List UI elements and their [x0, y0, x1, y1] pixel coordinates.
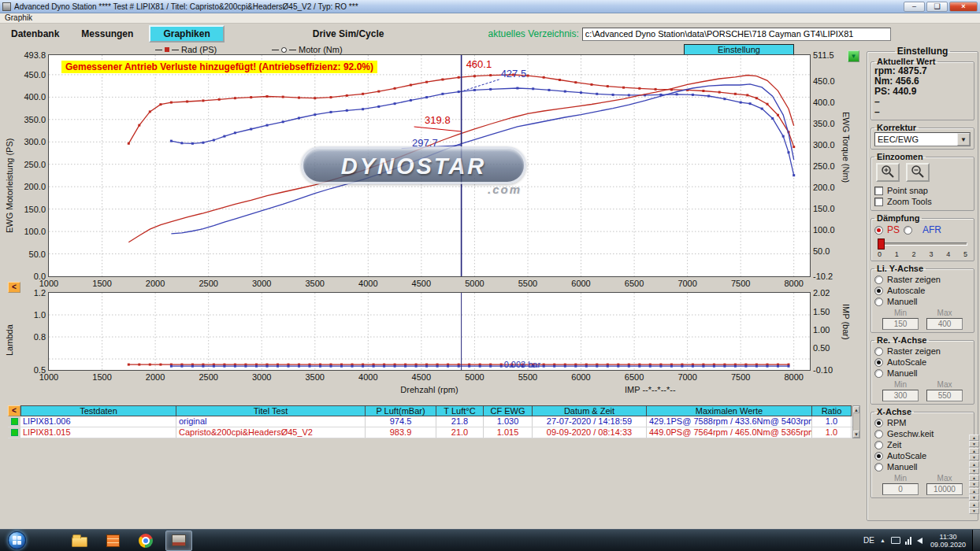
data-marker [250, 128, 252, 131]
column-header[interactable]: Titel Test [176, 405, 366, 416]
x-autoscale-radio[interactable] [874, 452, 883, 460]
data-marker [734, 93, 737, 95]
column-header[interactable]: Datum & Zeit [533, 405, 647, 416]
data-marker [314, 113, 316, 116]
folder-icon [72, 537, 87, 547]
show-desktop-button[interactable] [972, 530, 980, 551]
clock[interactable]: 11:30 09.09.2020 [930, 533, 966, 549]
table-row[interactable]: LIPIX81.015Capristo&200cpi&HeadersØ45_V2… [8, 427, 860, 438]
afr-radio[interactable] [904, 226, 912, 235]
column-header[interactable]: T Luft°C [436, 405, 484, 416]
drive-sim-button[interactable]: Drive Sim/Cycle [302, 28, 395, 39]
slider-scale: 0 1 2 3 4 5 [874, 250, 971, 258]
column-header[interactable]: CF EWG [484, 405, 533, 416]
li-max-field[interactable] [926, 318, 963, 330]
point-snap-checkbox[interactable] [874, 187, 883, 195]
slider-thumb[interactable] [878, 239, 885, 250]
maximize-button[interactable]: ❑ [926, 2, 948, 12]
taskbar-item-dyno-active[interactable] [165, 531, 192, 551]
li-autoscale-radio[interactable] [874, 287, 883, 295]
datenbank-button[interactable]: Datenbank [0, 28, 70, 39]
table-scrollbar[interactable]: ▲ ▼ [852, 405, 860, 438]
x-rpm-radio[interactable] [874, 419, 883, 427]
scroll-up-button[interactable]: ▲ [853, 406, 859, 413]
spin-down-button[interactable]: ▼ [969, 454, 979, 460]
spin-up-button[interactable]: ▲ [969, 488, 979, 494]
data-marker [394, 365, 396, 368]
panel-toggle-button[interactable]: ▼ [848, 50, 859, 62]
re-manuell-radio[interactable] [874, 369, 883, 378]
titlebar[interactable]: Advanced Dyno Station **** Test # LIPIX8… [0, 0, 980, 13]
li-manuell-radio[interactable] [874, 298, 883, 306]
start-button[interactable] [3, 530, 30, 551]
display-tray-icon[interactable] [891, 537, 900, 544]
data-marker [298, 365, 300, 368]
spinner-control: ▲▼ [969, 435, 979, 447]
row-marker[interactable] [8, 427, 20, 438]
language-indicator[interactable]: DE [863, 536, 874, 545]
li-min-field[interactable] [882, 318, 919, 330]
re-autoscale-radio[interactable] [874, 358, 883, 367]
ps-radio[interactable] [874, 226, 883, 235]
scroll-down-button[interactable]: ▼ [853, 431, 859, 438]
lambda-imp-chart[interactable]: 0.003 bar [48, 292, 811, 371]
taskbar-item-spreadsheet[interactable] [99, 531, 126, 551]
graphiken-button[interactable]: Graphiken [149, 25, 224, 43]
x-geschw-label: Geschw.keit [887, 429, 934, 438]
directory-path-field[interactable] [582, 28, 891, 41]
spin-up-button[interactable]: ▲ [969, 501, 979, 508]
re-min-field[interactable] [882, 390, 919, 401]
table-row[interactable]: LIPIX81.006original974.521.81.03027-07-2… [8, 416, 860, 427]
damping-slider[interactable] [878, 238, 967, 250]
column-header[interactable]: Testdaten [20, 405, 176, 416]
volume-tray-icon[interactable] [917, 538, 922, 544]
slider-track[interactable] [878, 242, 967, 246]
column-header[interactable]: Ratio [812, 405, 852, 416]
x-manuell-radio[interactable] [874, 463, 883, 471]
spin-up-button[interactable]: ▲ [969, 448, 979, 454]
re-raster-radio[interactable] [874, 347, 883, 356]
close-button[interactable]: × [949, 2, 978, 12]
spin-down-button[interactable]: ▼ [969, 494, 979, 501]
x-max-field[interactable] [926, 483, 963, 495]
data-marker [574, 365, 577, 368]
taskbar-item-chrome[interactable] [132, 531, 159, 551]
zoom-tools-checkbox[interactable] [874, 198, 883, 206]
lambda-chart-canvas[interactable]: 0.003 bar [49, 293, 810, 370]
column-header[interactable]: P Luft(mBar) [366, 405, 436, 416]
row-marker[interactable] [8, 416, 20, 427]
minimize-button[interactable]: – [904, 2, 925, 12]
spin-down-button[interactable]: ▼ [969, 441, 979, 447]
data-marker [468, 365, 470, 368]
zoom-out-button[interactable] [906, 163, 930, 182]
legend-rad: Rad (PS) [155, 45, 217, 54]
data-marker [330, 111, 332, 113]
messungen-button[interactable]: Messungen [70, 28, 144, 39]
axis-tick-label: 300.0 [11, 137, 46, 146]
imp-series-caption: IMP --*--*--*-- [625, 385, 735, 394]
x-min-field[interactable] [882, 483, 919, 495]
spin-down-button[interactable]: ▼ [969, 481, 979, 487]
scale-4: 4 [946, 250, 950, 258]
spin-up-button[interactable]: ▲ [969, 435, 979, 441]
zoom-in-button[interactable] [876, 163, 900, 182]
korrektur-select[interactable]: EEC/EWG ▼ [874, 132, 971, 146]
spin-up-button[interactable]: ▲ [969, 461, 979, 468]
li-raster-radio[interactable] [874, 276, 883, 284]
x-zeit-radio[interactable] [874, 441, 883, 449]
column-header[interactable]: Maximalen Werte [647, 405, 812, 416]
x-manuell-label: Manuell [887, 462, 918, 471]
spin-up-button[interactable]: ▲ [969, 475, 979, 481]
hidden-icons-button[interactable]: ▲ [880, 538, 885, 543]
network-tray-icon[interactable] [905, 537, 912, 545]
data-marker [330, 365, 332, 368]
x-geschw-radio[interactable] [874, 430, 883, 438]
taskbar-item-folder[interactable] [66, 531, 93, 551]
collapse-lambda-button[interactable]: < [8, 282, 20, 293]
data-marker [489, 88, 492, 91]
re-max-field[interactable] [926, 390, 963, 401]
spin-down-button[interactable]: ▼ [969, 468, 979, 474]
axis-tick-label: 6500 [617, 279, 651, 288]
spin-down-button[interactable]: ▼ [969, 508, 979, 514]
menu-graphik[interactable]: Graphik [5, 13, 32, 22]
